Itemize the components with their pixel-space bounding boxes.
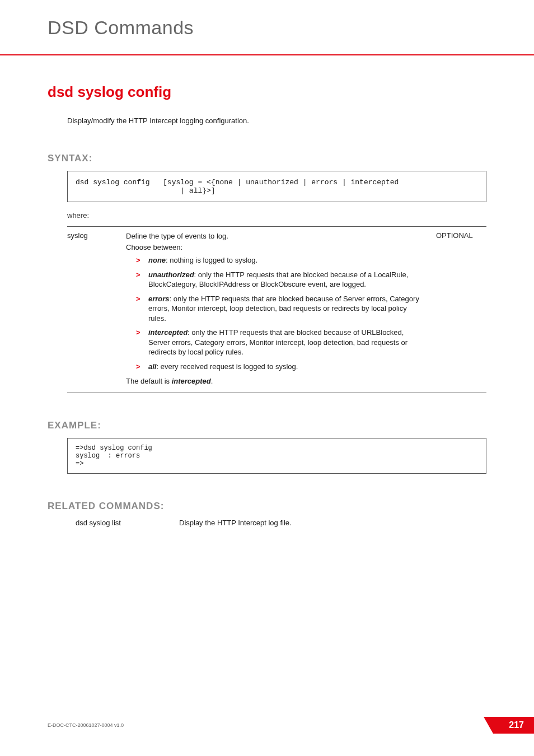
default-value: intercepted [172,377,211,385]
option-rest: : every received request is logged to sy… [156,362,298,371]
param-optional: OPTIONAL [436,231,486,387]
syntax-code: dsd syslog config [syslog = <{none | una… [67,171,486,202]
param-leadin-1: Define the type of events to log. [126,231,425,241]
list-item: none: nothing is logged to syslog. [136,255,425,265]
option-rest: : only the HTTP requests that are blocke… [148,328,407,356]
related-heading: RELATED COMMANDS: [48,501,486,512]
param-option-list: none: nothing is logged to syslog. unaut… [136,255,425,371]
default-prefix: The default is [126,377,172,385]
option-rest: : only the HTTP requests that are blocke… [148,295,419,323]
chapter-title: DSD Commands [48,17,486,39]
list-item: intercepted: only the HTTP requests that… [136,328,425,357]
option-term: intercepted [148,328,188,337]
syntax-heading: SYNTAX: [48,153,486,164]
example-heading: EXAMPLE: [48,420,486,431]
list-item: unauthorized: only the HTTP requests tha… [136,270,425,290]
page-footer: E-DOC-CTC-20061027-0004 v1.0 217 [48,717,534,734]
list-item: errors: only the HTTP requests that are … [136,294,425,324]
command-title: dsd syslog config [48,83,486,101]
related-command-desc: Display the HTTP Intercept log file. [179,519,486,527]
doc-id: E-DOC-CTC-20061027-0004 v1.0 [48,722,124,728]
parameter-row: syslog Define the type of events to log.… [67,226,486,393]
option-term: errors [148,295,170,303]
param-name: syslog [67,231,126,387]
command-intro: Display/modify the HTTP Intercept loggin… [67,116,486,125]
list-item: all: every received request is logged to… [136,362,425,372]
where-label: where: [67,211,486,220]
related-command-name: dsd syslog list [76,519,179,527]
divider-red [0,54,534,55]
related-row: dsd syslog list Display the HTTP Interce… [76,519,486,527]
option-term: unauthorized [148,270,194,279]
param-default: The default is intercepted. [126,376,425,386]
param-description: Define the type of events to log. Choose… [126,231,436,387]
option-rest: : nothing is logged to syslog. [166,256,257,264]
default-suffix: . [211,377,213,385]
example-code: =>dsd syslog config syslog : errors => [67,438,486,474]
option-term: none [148,256,166,264]
param-leadin-2: Choose between: [126,242,425,253]
page-number-badge: 217 [493,717,534,734]
option-term: all [148,362,156,371]
